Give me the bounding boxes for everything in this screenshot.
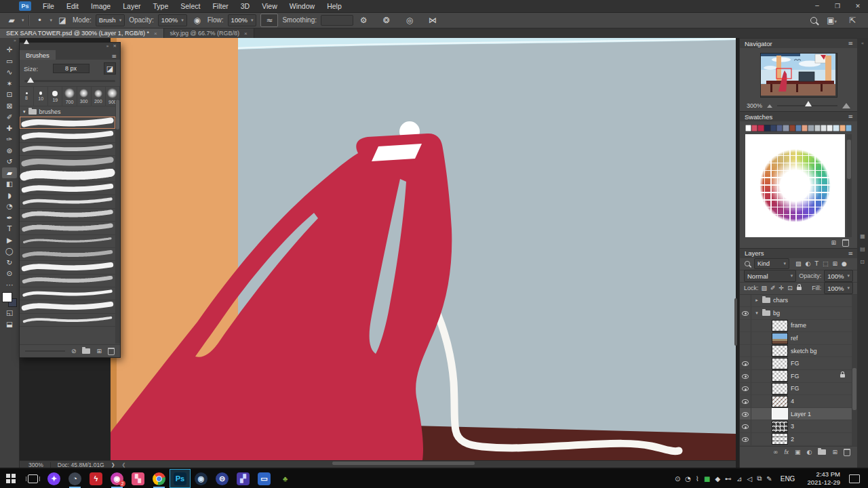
flow-select[interactable]: 100%▾ xyxy=(228,14,257,26)
navigator-preview[interactable] xyxy=(760,53,837,98)
airbrush-toggle-icon[interactable]: ≈ xyxy=(260,14,278,27)
color-swatch[interactable] xyxy=(757,125,764,131)
menu-item[interactable]: Layer xyxy=(117,0,146,12)
layer-row[interactable]: 2 xyxy=(740,433,857,445)
new-group-icon[interactable] xyxy=(82,348,90,354)
layer-filter-icon[interactable]: ⊞ xyxy=(832,260,837,267)
taskbar-app-button[interactable]: ϟ xyxy=(85,469,106,488)
tool-button[interactable]: ⊛ xyxy=(2,145,17,157)
canvas-artwork[interactable] xyxy=(111,38,736,460)
menu-item[interactable]: Image xyxy=(85,0,117,12)
eye-icon[interactable] xyxy=(742,385,749,392)
layer-thumbnail[interactable] xyxy=(772,370,788,382)
collapse-dock-icon[interactable]: « xyxy=(861,41,864,46)
layer-thumbnail[interactable] xyxy=(772,358,788,369)
layer-name[interactable]: 2 xyxy=(791,436,794,443)
task-view-button[interactable] xyxy=(22,469,43,488)
eye-icon[interactable] xyxy=(742,360,749,367)
brush-preset-preview[interactable]: • xyxy=(34,14,46,26)
layer-row[interactable]: FG xyxy=(740,383,857,396)
layer-filter-select[interactable]: Kind▾ xyxy=(754,258,789,269)
window-control-button[interactable]: ─ xyxy=(807,0,827,12)
brush-list-scrollbar[interactable] xyxy=(115,99,120,344)
brush-preset-item[interactable] xyxy=(20,274,115,287)
taskbar-app-button[interactable]: ◉ xyxy=(191,469,212,488)
menu-item[interactable]: View xyxy=(256,0,283,12)
slider-thumb[interactable] xyxy=(27,77,34,83)
zoom-out-icon[interactable] xyxy=(767,104,772,108)
visibility-cell[interactable] xyxy=(740,408,751,420)
brush-size-preset[interactable]: 10 xyxy=(34,87,48,106)
brush-size-preset[interactable]: 8 xyxy=(20,87,34,106)
tool-button[interactable]: ✚ xyxy=(2,123,17,134)
color-swatch[interactable] xyxy=(808,125,814,131)
tool-button[interactable]: ✐ xyxy=(2,111,17,123)
new-layer-icon[interactable]: ⊞ xyxy=(832,449,837,455)
brush-preset-item[interactable] xyxy=(20,300,115,313)
layer-name[interactable]: FG xyxy=(791,373,800,380)
lock-option-icon[interactable]: ▨ xyxy=(762,285,768,291)
eye-icon[interactable] xyxy=(742,423,749,430)
layer-thumbnail[interactable] xyxy=(772,408,788,420)
visibility-cell[interactable] xyxy=(740,370,751,382)
visibility-cell[interactable] xyxy=(740,320,751,332)
quick-mask-button[interactable]: ◱ xyxy=(2,307,17,319)
brush-preset-item[interactable] xyxy=(20,261,115,274)
screen-mode-button[interactable]: ⬓ xyxy=(2,319,17,330)
horizontal-scrollbar[interactable] xyxy=(332,462,475,465)
visibility-cell[interactable] xyxy=(740,357,751,369)
pressure-opacity-icon[interactable]: ◉ xyxy=(191,14,203,26)
layer-filter-icon[interactable]: ⬚ xyxy=(823,260,829,267)
color-swatch[interactable] xyxy=(802,125,808,131)
eye-icon[interactable] xyxy=(742,398,749,405)
tool-button[interactable]: ↺ xyxy=(2,156,17,167)
visibility-cell[interactable] xyxy=(740,420,751,432)
brush-preset-item[interactable] xyxy=(20,287,115,300)
tool-button[interactable]: ✶ xyxy=(2,78,17,89)
pen-pressure-icon[interactable]: ❂ xyxy=(380,14,393,26)
stroke-preview-toggle-icon[interactable]: ⊘ xyxy=(71,348,77,354)
collapsed-panel-icon[interactable]: ⊡ xyxy=(860,259,865,265)
color-swatch[interactable] xyxy=(795,125,802,131)
layer-thumbnail[interactable] xyxy=(772,345,788,357)
color-swatch[interactable] xyxy=(770,125,776,131)
panel-menu-icon[interactable]: ≡ xyxy=(111,53,120,60)
brush-panel-toggle-icon[interactable]: ◪ xyxy=(56,14,68,26)
tool-button[interactable]: ▰ xyxy=(2,167,17,179)
canvas-area[interactable]: 300% Doc: 45.8M/1.01G ❯ ❮ xyxy=(19,38,739,468)
swatches-scrollbar[interactable] xyxy=(846,134,852,237)
close-icon[interactable]: × xyxy=(244,30,248,37)
layer-row[interactable]: Layer 1 xyxy=(740,408,857,421)
delete-brush-icon[interactable] xyxy=(108,348,115,355)
brush-size-preset[interactable]: 300 xyxy=(77,87,92,106)
taskbar-app-button[interactable]: ▭ xyxy=(254,469,275,488)
tray-icon[interactable]: ■ xyxy=(704,475,710,483)
layer-row[interactable]: sketch bg xyxy=(740,345,857,358)
tool-button[interactable]: ✑ xyxy=(2,134,17,145)
new-group-icon[interactable] xyxy=(818,449,826,455)
chevron-down-icon[interactable]: ▾ xyxy=(50,18,53,23)
tray-icon[interactable]: ⊙ xyxy=(675,475,680,483)
tray-icon[interactable]: ⊿ xyxy=(736,475,742,483)
layer-row[interactable]: ▾ bg xyxy=(740,307,857,320)
color-swatch[interactable] xyxy=(833,125,839,131)
brush-preset-item[interactable] xyxy=(20,314,115,327)
eye-icon[interactable] xyxy=(742,372,749,380)
zoom-in-icon[interactable] xyxy=(842,103,850,108)
layer-filter-icon[interactable]: ● xyxy=(842,260,847,267)
tool-button[interactable]: ▭ xyxy=(2,56,17,67)
document-tab[interactable]: sky.jpg @ 66.7% (RGB/8) × xyxy=(164,28,254,38)
layer-name[interactable]: bg xyxy=(773,310,780,317)
brush-preset-item[interactable] xyxy=(20,248,115,261)
visibility-cell[interactable] xyxy=(740,307,751,319)
pressure-size-icon[interactable]: ◎ xyxy=(403,14,416,26)
tool-button[interactable]: ⋯ xyxy=(2,279,17,291)
size-value-field[interactable]: 8 px xyxy=(53,64,90,73)
tool-button[interactable]: ⊙ xyxy=(2,268,17,279)
layer-name[interactable]: FG xyxy=(791,385,800,392)
tool-button[interactable]: ✒ xyxy=(2,212,17,224)
mode-select[interactable]: Brush▾ xyxy=(96,14,125,26)
color-swatch[interactable] xyxy=(827,125,833,131)
color-swatch[interactable] xyxy=(745,125,751,131)
tray-icon[interactable]: ⧉ xyxy=(757,474,762,483)
